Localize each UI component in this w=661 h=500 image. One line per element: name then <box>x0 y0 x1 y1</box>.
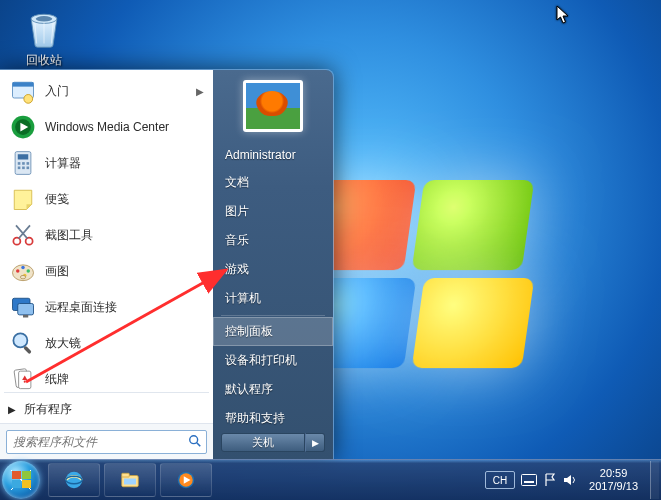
desktop[interactable]: 回收站 入门▶Windows Media Center计算器便笺截图工具画图远程… <box>0 0 661 500</box>
svg-rect-42 <box>524 481 534 483</box>
tray-volume-icon[interactable] <box>563 473 577 487</box>
solitaire-icon <box>9 365 37 390</box>
svg-rect-10 <box>22 162 25 165</box>
start-button[interactable] <box>2 461 40 499</box>
program-label: 计算器 <box>45 155 204 172</box>
taskbar: CH 20:59 2017/9/13 <box>0 459 661 500</box>
program-label: 截图工具 <box>45 227 204 244</box>
program-label: 入门 <box>45 83 196 100</box>
tray-time: 20:59 <box>589 467 638 480</box>
magnifier-icon <box>9 329 37 357</box>
right-computer[interactable]: 计算机 <box>213 284 333 313</box>
search-input[interactable] <box>11 434 188 450</box>
right-music[interactable]: 音乐 <box>213 226 333 255</box>
right-devices[interactable]: 设备和打印机 <box>213 346 333 375</box>
right-pictures[interactable]: 图片 <box>213 197 333 226</box>
svg-rect-25 <box>23 315 28 318</box>
svg-point-1 <box>36 16 53 22</box>
svg-rect-13 <box>22 167 25 170</box>
search-icon <box>188 434 202 451</box>
recycle-bin-label: 回收站 <box>14 52 74 69</box>
taskbar-wmp[interactable] <box>160 463 212 497</box>
program-label: 画图 <box>45 263 204 280</box>
program-paint[interactable]: 画图 <box>3 253 210 289</box>
paint-icon <box>9 257 37 285</box>
right-games[interactable]: 游戏 <box>213 255 333 284</box>
program-rdp[interactable]: 远程桌面连接 <box>3 289 210 325</box>
right-documents[interactable]: 文档 <box>213 168 333 197</box>
program-getting-started[interactable]: 入门▶ <box>3 73 210 109</box>
svg-rect-24 <box>18 304 34 315</box>
rdp-icon <box>9 293 37 321</box>
start-menu: 入门▶Windows Media Center计算器便笺截图工具画图远程桌面连接… <box>0 69 334 460</box>
program-label: 远程桌面连接 <box>45 299 204 316</box>
start-search-box[interactable] <box>6 430 207 454</box>
triangle-right-icon: ▶ <box>8 404 16 415</box>
separator <box>221 315 325 316</box>
svg-rect-9 <box>18 162 21 165</box>
taskbar-explorer[interactable] <box>104 463 156 497</box>
right-help[interactable]: 帮助和支持 <box>213 404 333 433</box>
user-avatar[interactable] <box>243 80 303 132</box>
right-defaults[interactable]: 默认程序 <box>213 375 333 404</box>
tray-language[interactable]: CH <box>485 471 515 489</box>
user-name[interactable]: Administrator <box>213 142 333 168</box>
taskbar-ie[interactable] <box>48 463 100 497</box>
cursor-icon <box>556 5 570 25</box>
sticky-icon <box>9 185 37 213</box>
svg-point-22 <box>20 275 25 279</box>
program-solitaire[interactable]: 纸牌 <box>3 361 210 390</box>
svg-rect-37 <box>122 473 130 477</box>
svg-rect-8 <box>18 154 29 159</box>
svg-point-26 <box>13 333 27 347</box>
program-label: 纸牌 <box>45 371 204 388</box>
svg-point-31 <box>190 435 198 443</box>
windows-logo <box>300 180 560 390</box>
svg-point-4 <box>24 95 33 104</box>
tray-flag-icon[interactable] <box>543 473 557 487</box>
svg-point-20 <box>27 269 31 273</box>
tray-clock[interactable]: 20:59 2017/9/13 <box>583 467 644 493</box>
all-programs-label: 所有程序 <box>24 401 72 418</box>
snip-icon <box>9 221 37 249</box>
chevron-right-icon: ▶ <box>196 86 204 97</box>
calculator-icon <box>9 149 37 177</box>
show-desktop-button[interactable] <box>650 461 659 499</box>
right-control-panel[interactable]: 控制面板 <box>213 317 333 346</box>
svg-point-34 <box>66 472 83 489</box>
program-sticky[interactable]: 便笺 <box>3 181 210 217</box>
program-wmc[interactable]: Windows Media Center <box>3 109 210 145</box>
wmc-icon <box>9 113 37 141</box>
program-label: Windows Media Center <box>45 120 204 134</box>
svg-rect-38 <box>124 479 136 485</box>
svg-rect-14 <box>27 167 30 170</box>
recycle-bin-icon <box>22 6 66 50</box>
shutdown-button[interactable]: 关机 <box>221 433 305 452</box>
program-snip[interactable]: 截图工具 <box>3 217 210 253</box>
svg-rect-11 <box>27 162 30 165</box>
svg-rect-41 <box>522 475 537 486</box>
tray-date: 2017/9/13 <box>589 480 638 493</box>
svg-point-19 <box>21 266 25 270</box>
svg-rect-3 <box>13 82 34 86</box>
tray-keyboard-icon[interactable] <box>521 474 537 486</box>
program-label: 便笺 <box>45 191 204 208</box>
program-magnifier[interactable]: 放大镜 <box>3 325 210 361</box>
svg-rect-27 <box>23 346 32 355</box>
getting-started-icon <box>9 77 37 105</box>
svg-rect-12 <box>18 167 21 170</box>
program-calculator[interactable]: 计算器 <box>3 145 210 181</box>
svg-line-32 <box>197 442 201 446</box>
shutdown-options-button[interactable]: ▶ <box>305 433 325 452</box>
separator <box>4 392 209 393</box>
start-menu-right-pane: Administrator 文档图片音乐游戏计算机 控制面板设备和打印机默认程序… <box>213 70 333 460</box>
start-menu-left-pane: 入门▶Windows Media Center计算器便笺截图工具画图远程桌面连接… <box>0 70 213 460</box>
all-programs[interactable]: ▶ 所有程序 <box>0 395 213 423</box>
svg-point-18 <box>16 269 20 273</box>
program-label: 放大镜 <box>45 335 204 352</box>
desktop-icon-recycle-bin[interactable]: 回收站 <box>14 6 74 69</box>
svg-point-30 <box>24 381 26 383</box>
